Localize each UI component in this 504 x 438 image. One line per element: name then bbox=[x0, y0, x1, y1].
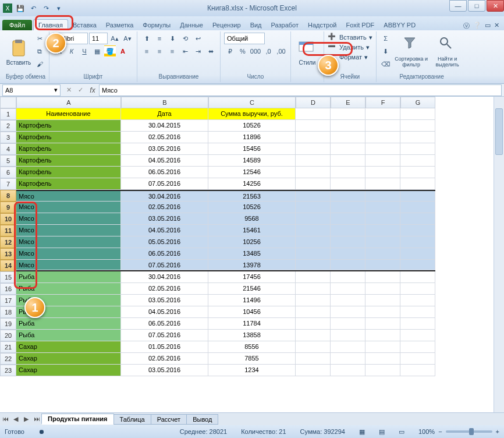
row-header-11[interactable]: 11 bbox=[0, 225, 16, 236]
zoom-control[interactable]: 100% − + bbox=[418, 428, 499, 435]
number-format-combo[interactable]: Общий bbox=[224, 33, 265, 44]
format-painter-icon[interactable]: 🖌 bbox=[34, 58, 45, 70]
view-layout-icon[interactable]: ▤ bbox=[379, 428, 385, 436]
enter-fx-icon[interactable]: ✓ bbox=[74, 84, 86, 96]
sheet-tab-1[interactable]: Таблица bbox=[113, 414, 151, 425]
underline-icon[interactable]: Ч bbox=[79, 45, 90, 57]
align-top-icon[interactable]: ⬆ bbox=[141, 33, 152, 44]
cell[interactable]: 10456 bbox=[208, 306, 296, 318]
cell[interactable]: 02.05.2016 bbox=[121, 283, 208, 295]
zoom-out-icon[interactable]: − bbox=[438, 428, 442, 435]
row-header-10[interactable]: 10 bbox=[0, 213, 16, 225]
header-cell[interactable]: Сумма выручки, руб. bbox=[208, 108, 296, 120]
row-header-12[interactable]: 12 bbox=[0, 236, 16, 248]
fx-icon[interactable]: fx bbox=[86, 86, 99, 94]
cell[interactable]: 07.05.2016 bbox=[121, 178, 208, 190]
copy-icon[interactable]: ⧉ bbox=[34, 45, 45, 57]
sheet-tab-2[interactable]: Рассчет bbox=[151, 414, 187, 425]
cell[interactable]: Сахар bbox=[16, 353, 121, 365]
cell[interactable]: 11496 bbox=[208, 295, 296, 306]
row-header-8[interactable]: 8 bbox=[0, 190, 16, 202]
cell[interactable]: 14256 bbox=[208, 178, 296, 190]
find-select-button[interactable]: Найти и выделить bbox=[431, 33, 464, 71]
cell[interactable]: Сахар bbox=[16, 341, 121, 353]
tab-home[interactable]: Главная bbox=[33, 19, 68, 30]
comma-icon[interactable]: 000 bbox=[250, 45, 261, 57]
align-middle-icon[interactable]: ≡ bbox=[154, 33, 165, 44]
cell[interactable]: Рыба bbox=[16, 330, 121, 341]
tab-data[interactable]: Данные bbox=[175, 20, 208, 30]
maximize-button[interactable]: □ bbox=[468, 0, 485, 12]
row-header-20[interactable]: 20 bbox=[0, 330, 16, 341]
border-icon[interactable]: ▦ bbox=[91, 45, 103, 57]
cell[interactable]: 05.05.2016 bbox=[121, 236, 208, 248]
cell[interactable]: 10526 bbox=[208, 120, 296, 132]
cell[interactable]: 13485 bbox=[208, 248, 296, 260]
cell[interactable]: 30.04.2016 bbox=[121, 271, 208, 283]
cell[interactable]: 21563 bbox=[208, 191, 296, 202]
wrap-text-icon[interactable]: ↩ bbox=[192, 33, 204, 44]
tab-layout[interactable]: Разметка bbox=[101, 20, 139, 30]
increase-indent-icon[interactable]: ⇥ bbox=[192, 45, 204, 57]
cancel-fx-icon[interactable]: ✕ bbox=[63, 84, 74, 96]
cell[interactable]: Мясо bbox=[16, 236, 121, 248]
cell[interactable]: 13858 bbox=[208, 330, 296, 341]
help-icon[interactable]: ❔ bbox=[473, 22, 481, 30]
cell[interactable]: 7855 bbox=[208, 353, 296, 365]
row-header-3[interactable]: 3 bbox=[0, 132, 16, 143]
italic-icon[interactable]: К bbox=[66, 45, 77, 57]
tab-nav-next-icon[interactable]: ▶ bbox=[21, 415, 31, 423]
cell[interactable]: 9568 bbox=[208, 213, 296, 225]
font-color-icon[interactable]: А bbox=[117, 45, 129, 57]
cut-icon[interactable]: ✂ bbox=[34, 33, 45, 44]
app-close-icon[interactable]: ✕ bbox=[494, 22, 499, 30]
currency-icon[interactable]: ₽ bbox=[224, 45, 236, 57]
cell[interactable]: 02.05.2016 bbox=[121, 132, 208, 143]
vertical-scrollbar[interactable] bbox=[494, 97, 504, 412]
tab-nav-prev-icon[interactable]: ◀ bbox=[10, 415, 21, 423]
cell[interactable]: Сахар bbox=[16, 365, 121, 376]
cell[interactable]: Картофель bbox=[16, 143, 121, 155]
autosum-icon[interactable]: Σ bbox=[380, 33, 392, 44]
sheet-tab-0[interactable]: Продукты питания bbox=[41, 414, 114, 425]
cell[interactable]: Мясо bbox=[16, 213, 121, 225]
align-left-icon[interactable]: ≡ bbox=[141, 45, 152, 57]
merge-icon[interactable]: ⬌ bbox=[205, 45, 216, 57]
cell[interactable]: 02.05.2016 bbox=[121, 202, 208, 213]
cell[interactable]: 14589 bbox=[208, 155, 296, 167]
tab-developer[interactable]: Разработ bbox=[267, 20, 303, 30]
tab-abbyy[interactable]: ABBYY PD bbox=[379, 20, 420, 30]
fill-color-icon[interactable]: 🪣 bbox=[104, 45, 116, 57]
orientation-icon[interactable]: ⟲ bbox=[179, 33, 191, 44]
name-box[interactable]: A8▾ bbox=[2, 84, 61, 96]
col-header-G[interactable]: G bbox=[400, 97, 435, 108]
cell[interactable]: 04.05.2016 bbox=[121, 155, 208, 167]
zoom-slider[interactable] bbox=[446, 430, 492, 433]
row-header-1[interactable]: 1 bbox=[0, 108, 16, 120]
cell[interactable]: 01.05.2016 bbox=[121, 341, 208, 353]
row-header-5[interactable]: 5 bbox=[0, 155, 16, 167]
col-header-C[interactable]: C bbox=[208, 97, 296, 108]
cell[interactable]: Мясо bbox=[16, 248, 121, 260]
tab-formulas[interactable]: Формулы bbox=[138, 20, 175, 30]
increase-font-icon[interactable]: A▴ bbox=[109, 33, 120, 44]
align-bottom-icon[interactable]: ⬇ bbox=[166, 33, 178, 44]
header-cell[interactable]: Дата bbox=[121, 108, 208, 120]
cell[interactable]: 15456 bbox=[208, 143, 296, 155]
cell[interactable]: Картофель bbox=[16, 167, 121, 178]
col-header-A[interactable]: A bbox=[16, 97, 121, 108]
view-normal-icon[interactable]: ▦ bbox=[359, 428, 365, 436]
styles-button[interactable]: Стили bbox=[294, 33, 320, 71]
save-icon[interactable]: 💾 bbox=[15, 3, 26, 13]
cell[interactable]: Картофель bbox=[16, 120, 121, 132]
tab-review[interactable]: Рецензир bbox=[208, 20, 246, 30]
cell[interactable]: Картофель bbox=[16, 132, 121, 143]
row-header-17[interactable]: 17 bbox=[0, 295, 16, 306]
fill-icon[interactable]: ⬇ bbox=[380, 45, 392, 57]
header-cell[interactable]: Наименование bbox=[16, 108, 121, 120]
cell[interactable]: 15461 bbox=[208, 225, 296, 236]
cell[interactable]: Картофель bbox=[16, 178, 121, 190]
row-header-14[interactable]: 14 bbox=[0, 260, 16, 271]
col-header-D[interactable]: D bbox=[296, 97, 331, 108]
close-button[interactable]: ✕ bbox=[487, 0, 504, 12]
